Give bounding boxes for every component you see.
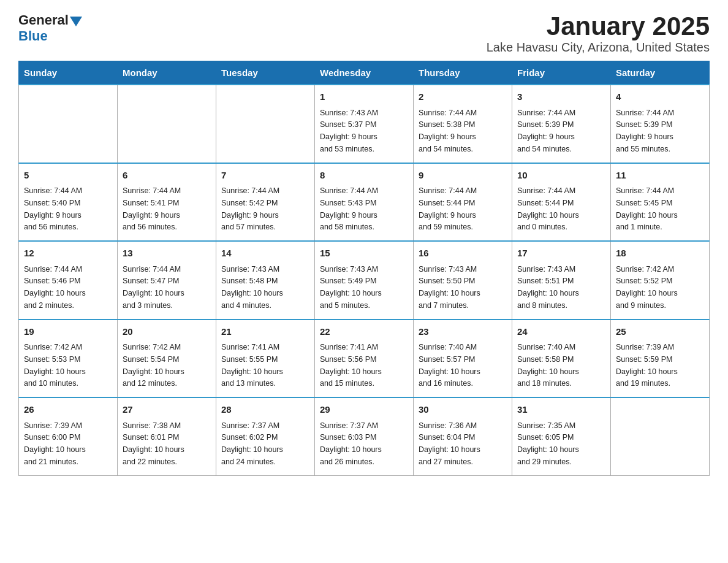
calendar-day-cell: [216, 85, 315, 163]
day-number: 16: [419, 247, 507, 261]
day-info: Sunrise: 7:44 AMSunset: 5:39 PMDaylight:…: [517, 109, 575, 153]
calendar-day-cell: 8Sunrise: 7:44 AMSunset: 5:43 PMDaylight…: [315, 163, 414, 242]
day-info: Sunrise: 7:37 AMSunset: 6:03 PMDaylight:…: [320, 421, 382, 466]
calendar-day-cell: 3Sunrise: 7:44 AMSunset: 5:39 PMDaylight…: [512, 85, 611, 163]
calendar-day-cell: 16Sunrise: 7:43 AMSunset: 5:50 PMDayligh…: [414, 241, 512, 320]
day-info: Sunrise: 7:42 AMSunset: 5:52 PMDaylight:…: [616, 265, 678, 310]
calendar-day-cell: 11Sunrise: 7:44 AMSunset: 5:45 PMDayligh…: [611, 163, 710, 242]
day-info: Sunrise: 7:40 AMSunset: 5:58 PMDaylight:…: [517, 343, 579, 388]
calendar-day-cell: 6Sunrise: 7:44 AMSunset: 5:41 PMDaylight…: [118, 163, 216, 242]
day-info: Sunrise: 7:44 AMSunset: 5:38 PMDaylight:…: [419, 109, 477, 153]
day-number: 31: [517, 403, 605, 417]
day-number: 27: [123, 403, 211, 417]
calendar-week-row: 12Sunrise: 7:44 AMSunset: 5:46 PMDayligh…: [19, 241, 710, 320]
calendar-day-cell: 2Sunrise: 7:44 AMSunset: 5:38 PMDaylight…: [414, 85, 512, 163]
calendar-day-cell: 31Sunrise: 7:35 AMSunset: 6:05 PMDayligh…: [512, 397, 611, 475]
day-number: 7: [221, 169, 309, 183]
calendar-week-row: 1Sunrise: 7:43 AMSunset: 5:37 PMDaylight…: [19, 85, 710, 163]
day-number: 12: [24, 247, 112, 261]
day-number: 1: [320, 90, 408, 104]
calendar-week-row: 19Sunrise: 7:42 AMSunset: 5:53 PMDayligh…: [19, 320, 710, 398]
day-number: 13: [123, 247, 211, 261]
calendar-day-cell: 20Sunrise: 7:42 AMSunset: 5:54 PMDayligh…: [118, 320, 216, 398]
calendar-day-cell: 25Sunrise: 7:39 AMSunset: 5:59 PMDayligh…: [611, 320, 710, 398]
day-info: Sunrise: 7:44 AMSunset: 5:42 PMDaylight:…: [221, 186, 279, 231]
calendar-day-cell: 13Sunrise: 7:44 AMSunset: 5:47 PMDayligh…: [118, 241, 216, 320]
day-number: 11: [616, 169, 704, 183]
calendar-week-row: 5Sunrise: 7:44 AMSunset: 5:40 PMDaylight…: [19, 163, 710, 242]
day-info: Sunrise: 7:40 AMSunset: 5:57 PMDaylight:…: [419, 343, 480, 388]
day-number: 21: [221, 325, 309, 339]
calendar-title: January 2025: [487, 12, 710, 40]
day-info: Sunrise: 7:42 AMSunset: 5:53 PMDaylight:…: [24, 343, 86, 388]
calendar-day-cell: 4Sunrise: 7:44 AMSunset: 5:39 PMDaylight…: [611, 85, 710, 163]
title-block: January 2025 Lake Havasu City, Arizona, …: [487, 12, 710, 55]
day-info: Sunrise: 7:44 AMSunset: 5:40 PMDaylight:…: [24, 186, 82, 231]
calendar-day-cell: 24Sunrise: 7:40 AMSunset: 5:58 PMDayligh…: [512, 320, 611, 398]
day-info: Sunrise: 7:44 AMSunset: 5:44 PMDaylight:…: [517, 186, 579, 231]
day-info: Sunrise: 7:43 AMSunset: 5:37 PMDaylight:…: [320, 109, 378, 153]
day-number: 22: [320, 325, 408, 339]
day-number: 24: [517, 325, 605, 339]
calendar-day-cell: 12Sunrise: 7:44 AMSunset: 5:46 PMDayligh…: [19, 241, 118, 320]
day-number: 9: [419, 169, 507, 183]
calendar-day-cell: 30Sunrise: 7:36 AMSunset: 6:04 PMDayligh…: [414, 397, 512, 475]
calendar-day-cell: 27Sunrise: 7:38 AMSunset: 6:01 PMDayligh…: [118, 397, 216, 475]
calendar-day-cell: 26Sunrise: 7:39 AMSunset: 6:00 PMDayligh…: [19, 397, 118, 475]
day-info: Sunrise: 7:44 AMSunset: 5:45 PMDaylight:…: [616, 186, 678, 231]
header-sunday: Sunday: [19, 61, 118, 85]
day-number: 28: [221, 403, 309, 417]
calendar-day-cell: 1Sunrise: 7:43 AMSunset: 5:37 PMDaylight…: [315, 85, 414, 163]
day-number: 18: [616, 247, 704, 261]
day-info: Sunrise: 7:44 AMSunset: 5:44 PMDaylight:…: [419, 186, 477, 231]
logo-blue-text: Blue: [18, 28, 48, 44]
day-number: 3: [517, 90, 605, 104]
day-info: Sunrise: 7:44 AMSunset: 5:43 PMDaylight:…: [320, 186, 378, 231]
calendar-location: Lake Havasu City, Arizona, United States: [487, 40, 710, 55]
logo: General Blue: [18, 12, 82, 44]
calendar-day-cell: 15Sunrise: 7:43 AMSunset: 5:49 PMDayligh…: [315, 241, 414, 320]
day-info: Sunrise: 7:44 AMSunset: 5:39 PMDaylight:…: [616, 109, 674, 153]
day-info: Sunrise: 7:42 AMSunset: 5:54 PMDaylight:…: [123, 343, 184, 388]
header-wednesday: Wednesday: [315, 61, 414, 85]
calendar-day-cell: 23Sunrise: 7:40 AMSunset: 5:57 PMDayligh…: [414, 320, 512, 398]
day-number: 17: [517, 247, 605, 261]
calendar-day-cell: 21Sunrise: 7:41 AMSunset: 5:55 PMDayligh…: [216, 320, 315, 398]
day-number: 20: [123, 325, 211, 339]
day-number: 10: [517, 169, 605, 183]
calendar-day-cell: [118, 85, 216, 163]
day-info: Sunrise: 7:39 AMSunset: 6:00 PMDaylight:…: [24, 421, 86, 466]
calendar-day-cell: 14Sunrise: 7:43 AMSunset: 5:48 PMDayligh…: [216, 241, 315, 320]
page-header: General Blue January 2025 Lake Havasu Ci…: [18, 12, 710, 55]
calendar-day-cell: 10Sunrise: 7:44 AMSunset: 5:44 PMDayligh…: [512, 163, 611, 242]
calendar-table: Sunday Monday Tuesday Wednesday Thursday…: [18, 61, 710, 476]
logo-general-text: General: [18, 12, 69, 28]
day-info: Sunrise: 7:38 AMSunset: 6:01 PMDaylight:…: [123, 421, 184, 466]
header-monday: Monday: [118, 61, 216, 85]
day-number: 30: [419, 403, 507, 417]
day-info: Sunrise: 7:44 AMSunset: 5:47 PMDaylight:…: [123, 265, 184, 310]
day-number: 19: [24, 325, 112, 339]
calendar-header-row: Sunday Monday Tuesday Wednesday Thursday…: [19, 61, 710, 85]
day-info: Sunrise: 7:44 AMSunset: 5:41 PMDaylight:…: [123, 186, 181, 231]
day-number: 29: [320, 403, 408, 417]
day-number: 2: [419, 90, 507, 104]
calendar-day-cell: 18Sunrise: 7:42 AMSunset: 5:52 PMDayligh…: [611, 241, 710, 320]
day-number: 25: [616, 325, 704, 339]
day-info: Sunrise: 7:43 AMSunset: 5:49 PMDaylight:…: [320, 265, 382, 310]
calendar-week-row: 26Sunrise: 7:39 AMSunset: 6:00 PMDayligh…: [19, 397, 710, 475]
calendar-day-cell: [611, 397, 710, 475]
day-info: Sunrise: 7:39 AMSunset: 5:59 PMDaylight:…: [616, 343, 678, 388]
day-info: Sunrise: 7:37 AMSunset: 6:02 PMDaylight:…: [221, 421, 283, 466]
day-info: Sunrise: 7:43 AMSunset: 5:51 PMDaylight:…: [517, 265, 579, 310]
day-number: 15: [320, 247, 408, 261]
calendar-day-cell: 5Sunrise: 7:44 AMSunset: 5:40 PMDaylight…: [19, 163, 118, 242]
calendar-day-cell: 19Sunrise: 7:42 AMSunset: 5:53 PMDayligh…: [19, 320, 118, 398]
day-number: 8: [320, 169, 408, 183]
day-number: 5: [24, 169, 112, 183]
calendar-day-cell: 22Sunrise: 7:41 AMSunset: 5:56 PMDayligh…: [315, 320, 414, 398]
day-number: 4: [616, 90, 704, 104]
calendar-day-cell: 28Sunrise: 7:37 AMSunset: 6:02 PMDayligh…: [216, 397, 315, 475]
day-info: Sunrise: 7:44 AMSunset: 5:46 PMDaylight:…: [24, 265, 86, 310]
calendar-day-cell: 29Sunrise: 7:37 AMSunset: 6:03 PMDayligh…: [315, 397, 414, 475]
